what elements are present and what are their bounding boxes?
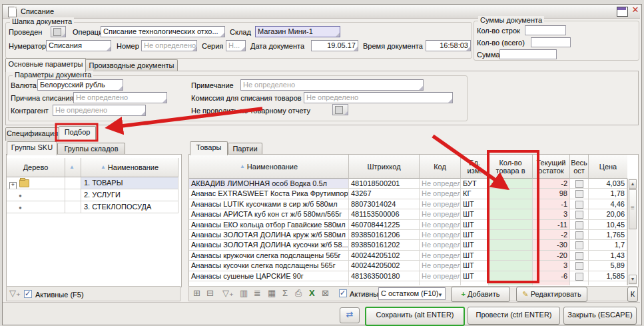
sku-active-checkbox[interactable]	[24, 290, 32, 298]
expand-tree-icon[interactable]: ⊞	[193, 289, 200, 298]
table-row[interactable]: Ананасы сушеные ЦАРСКИЕ 90г 481363500180…	[189, 271, 627, 281]
sum-field[interactable]	[499, 49, 557, 59]
stock-checkbox[interactable]	[575, 180, 583, 188]
cell-all-stock-checkbox[interactable]	[570, 209, 589, 219]
stock-checkbox[interactable]	[575, 262, 583, 270]
cell-qty[interactable]	[489, 209, 533, 219]
post-button[interactable]: Провести (ctrl ENTER)	[468, 307, 560, 325]
note-field[interactable]: Не определено	[240, 79, 424, 91]
edit-button[interactable]: ✎ Редактировать	[516, 287, 587, 302]
title-bar[interactable]	[3, 5, 640, 19]
expand-plus-icon[interactable]: +	[9, 182, 17, 189]
table-row[interactable]: Ананасы АРИСТА куб кон ст ж/б 580мл/565г…	[189, 209, 627, 219]
doc-date-field[interactable]: 19.05.17	[311, 40, 358, 51]
save-button[interactable]: Сохранить (alt ENTER)	[365, 307, 465, 326]
operation-field[interactable]: Списание технологических отхо...	[101, 26, 225, 37]
stock-checkbox[interactable]	[575, 231, 583, 239]
cell-all-stock-checkbox[interactable]	[570, 271, 589, 281]
filter-add-icon[interactable]: ▽₊	[222, 289, 234, 298]
close-icon[interactable]: ✕	[630, 5, 641, 15]
cell-all-stock-checkbox[interactable]	[570, 261, 589, 270]
grid-close-icon[interactable]: ⊠	[322, 289, 329, 298]
table-row[interactable]: Ананасы кружочки слегка подслащены 565г …	[189, 251, 627, 261]
cell-qty[interactable]	[489, 199, 533, 209]
col-barcode[interactable]: Штрихкод	[349, 155, 420, 179]
sum-icon[interactable]: Σ	[282, 289, 288, 298]
tab-products[interactable]: Товары	[190, 141, 228, 155]
col-code[interactable]: Код	[420, 155, 461, 179]
restore-icon[interactable]	[617, 7, 628, 17]
cell-all-stock-checkbox[interactable]	[570, 220, 589, 229]
clipped-button[interactable]: К	[627, 287, 638, 302]
columns-icon[interactable]: ▥	[240, 289, 248, 298]
sklad-field[interactable]: Магазин Мини-1	[255, 26, 340, 37]
col-product-name[interactable]: ▲Наименование	[189, 155, 349, 179]
tree-name[interactable]: 3. СТЕКЛОПОСУДА	[81, 201, 178, 213]
rows-count-field[interactable]	[525, 25, 566, 35]
table-row[interactable]: Ананасы ЗОЛОТАЯ ДОЛИНА кусочки ж/б 58...…	[189, 240, 627, 250]
stock-checkbox[interactable]	[575, 273, 583, 281]
table-row[interactable]: Ананасы ЕКО кольца отбор Гавайские 580мл…	[189, 220, 627, 230]
doc-time-field[interactable]: 16:58:03	[426, 40, 471, 51]
products-scrollbar[interactable]: ▲ ▼	[627, 179, 637, 285]
stock-checkbox[interactable]	[575, 252, 583, 260]
no-report-checkbox[interactable]	[332, 104, 348, 115]
table-row[interactable]: Ананасы ЗОЛОТАЯ ДОЛИНА круж ж/б 580мл 89…	[189, 230, 627, 240]
table-row[interactable]: АКВАДИВ ЛИМОННАЯ особ Водка 0.5л 4810185…	[189, 179, 627, 189]
col-price[interactable]: Цена	[589, 155, 627, 179]
cell-qty[interactable]	[489, 240, 533, 249]
sync-icon[interactable]: ⇄	[340, 307, 360, 323]
nomer-field[interactable]: Не определено	[141, 40, 197, 51]
tab-specification[interactable]: Спецификация	[5, 127, 59, 141]
table-row[interactable]: Ананасы кусочки слегка подслащены 565г 4…	[189, 261, 627, 271]
tree-name[interactable]: 1. ТОВАРЫ	[81, 177, 178, 189]
scroll-down-icon[interactable]: ▼	[629, 275, 637, 284]
tree-cell[interactable]: +	[7, 177, 65, 189]
cell-all-stock-checkbox[interactable]	[570, 240, 589, 249]
reason-field[interactable]: Не определено	[73, 92, 167, 103]
stock-checkbox[interactable]	[575, 211, 583, 219]
stock-checkbox[interactable]	[575, 221, 583, 229]
cell-qty[interactable]	[489, 251, 533, 260]
products-active-checkbox[interactable]	[339, 289, 347, 297]
tab-sku-groups[interactable]: Группы SKU	[7, 141, 57, 155]
tree-row[interactable]: ● 2. УСЛУГИ	[7, 189, 178, 201]
proveden-checkbox[interactable]	[51, 26, 66, 37]
col-current-stock[interactable]: Текущий остаток	[533, 155, 570, 179]
col-all-stock[interactable]: Весь ост	[570, 155, 589, 179]
cell-all-stock-checkbox[interactable]	[570, 179, 589, 188]
print-icon[interactable]: ⎙	[295, 289, 302, 298]
cell-qty[interactable]	[489, 189, 533, 198]
scrollbar-thumb[interactable]	[629, 189, 637, 229]
filter-add-icon[interactable]: ▽₊	[9, 289, 21, 298]
tab-podbor[interactable]: Подбор	[59, 126, 96, 141]
seria-field[interactable]: Н...	[226, 40, 246, 51]
cell-qty[interactable]	[489, 179, 533, 188]
cell-qty[interactable]	[489, 261, 533, 270]
col-tree[interactable]: Дерево	[7, 158, 65, 177]
stock-checkbox[interactable]	[575, 201, 583, 209]
add-button[interactable]: + Добавить	[451, 287, 510, 302]
cell-qty[interactable]	[489, 230, 533, 239]
tab-main-params[interactable]: Основные параметры	[5, 58, 86, 72]
commission-field[interactable]: Не определено	[304, 92, 453, 103]
tree-name[interactable]: 2. УСЛУГИ	[81, 189, 178, 201]
table-row[interactable]: Ананасы LUTIK кусочками в сир ж/б 580мл …	[189, 199, 627, 209]
total-count-field[interactable]	[531, 37, 571, 47]
table-row[interactable]: Ананас EXTRASWEET Коста Рика Фрутимпорт …	[189, 189, 627, 199]
close-button[interactable]: Закрыть (ESCAPE)	[563, 307, 637, 325]
col-tree-sort[interactable]: ▲	[65, 158, 81, 177]
cell-qty[interactable]	[489, 271, 533, 281]
scroll-up-icon[interactable]: ▲	[629, 179, 637, 189]
contractor-field[interactable]: Не определено	[53, 105, 146, 116]
excel-export-icon[interactable]: X	[309, 289, 315, 298]
col-name[interactable]: ▲Наименование	[81, 158, 178, 177]
col-unit[interactable]: Ед. изм.	[461, 155, 489, 179]
stock-filter-dropdown[interactable]: С остатком (F10)▼	[378, 287, 446, 300]
cell-qty[interactable]	[489, 220, 533, 229]
col-qty[interactable]: Кол-во товара в	[489, 155, 533, 179]
stock-checkbox[interactable]	[575, 190, 583, 198]
currency-field[interactable]: Белорусский рубль	[37, 79, 123, 91]
stock-checkbox[interactable]	[575, 241, 583, 249]
cell-all-stock-checkbox[interactable]	[570, 189, 589, 198]
